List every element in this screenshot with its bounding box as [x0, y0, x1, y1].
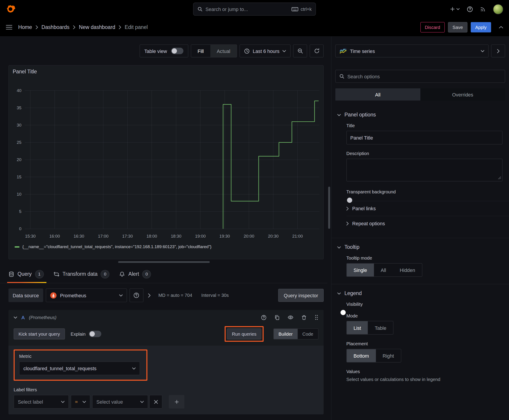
- panel-title[interactable]: Panel Title: [9, 66, 323, 78]
- news-icon[interactable]: [480, 6, 486, 12]
- avatar[interactable]: [493, 4, 503, 14]
- search-icon: [339, 74, 344, 79]
- search-input[interactable]: [205, 6, 289, 12]
- new-button[interactable]: [450, 7, 460, 12]
- delete-query-icon[interactable]: [301, 315, 307, 320]
- repeat-options-collapse[interactable]: Repeat options: [346, 216, 509, 231]
- hide-query-icon[interactable]: [288, 315, 294, 320]
- breadcrumb-home[interactable]: Home: [18, 24, 32, 30]
- collapse-query-icon[interactable]: [14, 316, 17, 319]
- database-icon: [8, 271, 14, 277]
- editor-mode-builder[interactable]: Builder: [273, 329, 297, 339]
- description-textarea[interactable]: [346, 159, 502, 181]
- viz-type-label: Time series: [350, 48, 477, 54]
- help-button[interactable]: [467, 6, 473, 12]
- query-row-header[interactable]: A (Prometheus): [8, 310, 324, 325]
- filter-tab-overrides[interactable]: Overrides: [420, 88, 505, 100]
- panel-title-input[interactable]: [346, 131, 502, 144]
- legend-visibility-field: Visibility: [332, 301, 509, 307]
- add-filter-button[interactable]: [169, 395, 184, 409]
- viz-picker-row: Time series: [332, 37, 509, 57]
- panel-links-collapse[interactable]: Panel links: [346, 201, 509, 216]
- display-mode-actual[interactable]: Actual: [210, 45, 237, 57]
- metric-select[interactable]: cloudflared_tunnel_total_requests: [19, 361, 140, 375]
- time-range-label: Last 6 hours: [253, 48, 279, 54]
- svg-text:15:30: 15:30: [25, 234, 36, 239]
- tooltip-title: Tooltip: [344, 244, 359, 250]
- resize-grip-icon[interactable]: [498, 175, 501, 181]
- refresh-button[interactable]: [310, 45, 324, 57]
- legend-series-label[interactable]: {__name__="cloudflared_tunnel_total_requ…: [23, 244, 211, 249]
- select-label-dropdown[interactable]: Select label: [14, 395, 69, 409]
- discard-button[interactable]: Discard: [420, 22, 445, 32]
- expand-options-icon[interactable]: [148, 293, 151, 298]
- kick-start-button[interactable]: Kick start your query: [14, 329, 65, 339]
- legend-values-field: Values Select values or calculations to …: [332, 369, 509, 382]
- datasource-row: Data source Prometheus: [8, 289, 324, 302]
- remove-filter-button[interactable]: [149, 395, 162, 409]
- collapse-controls-icon[interactable]: [499, 26, 503, 29]
- legend-header[interactable]: Legend: [332, 284, 509, 301]
- panel-options-section: Panel options Title Description: [332, 106, 509, 231]
- tooltip-mode-group: Single All Hidden: [346, 263, 422, 277]
- zoom-out-button[interactable]: [293, 45, 307, 57]
- options-search[interactable]: [335, 70, 505, 83]
- datasource-picker[interactable]: Prometheus: [46, 289, 127, 302]
- select-label-placeholder: Select label: [18, 399, 43, 405]
- legend-placement-right[interactable]: Right: [376, 349, 401, 362]
- run-queries-button[interactable]: Run queries: [227, 329, 261, 339]
- save-button[interactable]: Save: [448, 22, 467, 32]
- operator-dropdown[interactable]: =: [71, 395, 90, 409]
- tooltip-mode-hidden[interactable]: Hidden: [393, 263, 422, 276]
- tooltip-mode-all[interactable]: All: [374, 263, 393, 276]
- panel-options-header[interactable]: Panel options: [332, 106, 509, 123]
- editor-mode-code[interactable]: Code: [298, 329, 318, 339]
- duplicate-query-icon[interactable]: [274, 315, 280, 320]
- tab-transform[interactable]: Transform data 0: [53, 265, 109, 283]
- metric-label: Metric: [19, 354, 142, 359]
- legend-placement-bottom[interactable]: Bottom: [347, 349, 376, 362]
- breadcrumb-dashboards[interactable]: Dashboards: [42, 24, 69, 30]
- query-options-summary[interactable]: MD = auto = 704 Interval = 30s: [159, 293, 229, 298]
- timeseries-chart[interactable]: 15:3016:0016:3017:0017:3018:0018:3019:00…: [9, 78, 323, 242]
- query-inspector-button[interactable]: Query inspector: [278, 289, 324, 302]
- description-field: Description: [332, 151, 509, 183]
- interval: Interval = 30s: [201, 293, 229, 298]
- tab-query[interactable]: Query 1: [8, 265, 44, 283]
- legend-values-label: Values: [346, 369, 502, 374]
- legend-mode-list[interactable]: List: [347, 321, 368, 334]
- top-search[interactable]: ctrl+k: [193, 3, 316, 16]
- time-range-picker[interactable]: Last 6 hours: [240, 45, 290, 57]
- vertical-scrollbar-thumb[interactable]: [328, 187, 330, 229]
- tooltip-header[interactable]: Tooltip: [332, 238, 509, 255]
- grafana-logo-icon[interactable]: [6, 4, 16, 14]
- datasource-help-button[interactable]: [129, 289, 144, 302]
- query-row-a: A (Prometheus): [8, 310, 324, 414]
- query-help-icon[interactable]: [261, 315, 267, 320]
- legend-mode-group: List Table: [346, 321, 393, 335]
- tab-query-label: Query: [17, 271, 32, 277]
- collapse-pane-button[interactable]: [491, 45, 505, 57]
- display-mode-fill[interactable]: Fill: [191, 45, 210, 57]
- drag-handle-icon[interactable]: [315, 315, 319, 320]
- explain-toggle[interactable]: [89, 331, 101, 337]
- horizontal-scrollbar-thumb[interactable]: [118, 261, 210, 263]
- svg-text:20: 20: [17, 157, 22, 162]
- menu-toggle-icon[interactable]: [6, 25, 12, 30]
- tab-alert[interactable]: Alert 0: [119, 265, 151, 283]
- select-value-dropdown[interactable]: Select value: [92, 395, 148, 409]
- apply-button[interactable]: Apply: [471, 22, 491, 32]
- options-search-input[interactable]: [347, 74, 501, 79]
- filter-tab-all[interactable]: All: [335, 88, 420, 100]
- table-view-toggle[interactable]: [171, 48, 183, 54]
- breadcrumb-new-dashboard[interactable]: New dashboard: [79, 24, 115, 30]
- panel-edit-left: Table view Fill Actual Last 6 hours: [0, 37, 327, 420]
- viz-type-select[interactable]: Time series: [335, 45, 489, 57]
- tooltip-mode-single[interactable]: Single: [347, 263, 374, 276]
- transparent-label: Transparent background: [346, 189, 502, 194]
- svg-text:35: 35: [17, 105, 22, 110]
- chevron-down-icon: [481, 50, 484, 52]
- options-pane: Time series All Overrides: [331, 37, 509, 420]
- transform-icon: [53, 271, 59, 277]
- legend-mode-table[interactable]: Table: [368, 321, 393, 334]
